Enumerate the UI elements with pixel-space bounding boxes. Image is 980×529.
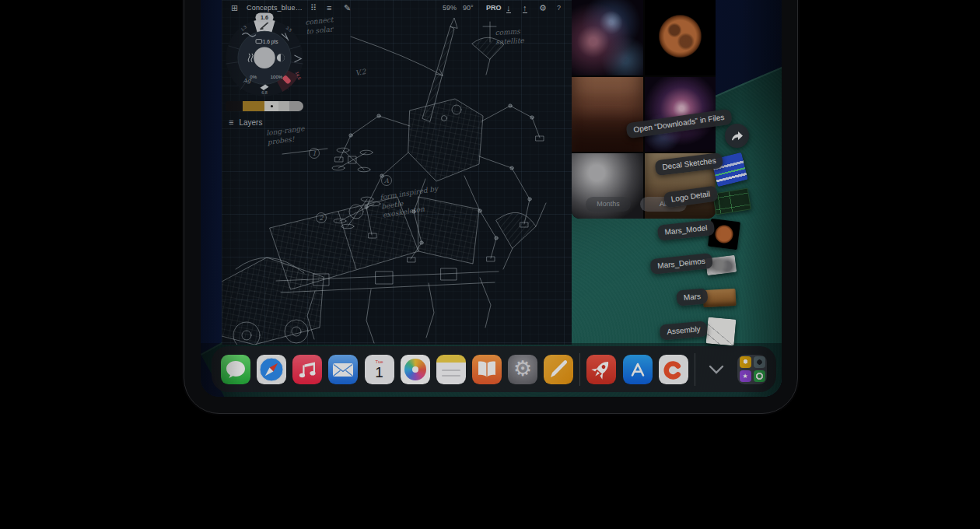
mini-camera-icon: [754, 356, 765, 368]
dock-icon-music[interactable]: [292, 355, 322, 384]
dock-icon-mail[interactable]: [328, 355, 358, 384]
dock-divider: [695, 353, 695, 386]
dock-icon-books[interactable]: [472, 355, 502, 384]
gear-icon: ⚙: [513, 359, 532, 380]
drag-thumb-assembly[interactable]: [706, 317, 737, 345]
drag-label-logo-detail[interactable]: Logo Detail: [663, 185, 719, 208]
drag-thumb-logo-detail[interactable]: [712, 188, 751, 215]
dock-icon-concepts[interactable]: [659, 355, 688, 384]
dock-icon-settings[interactable]: ⚙: [508, 355, 537, 384]
dock-icon-app-library[interactable]: [737, 355, 767, 384]
mini-star-icon: [740, 370, 751, 382]
calendar-day: 1: [375, 365, 383, 380]
ipad-screen: ⊞ Concepts_blue… ⠿ ≡ ✎ 59% 90° PRO ↓ ↑ ⚙…: [201, 0, 782, 397]
dock-icon-rocket[interactable]: [586, 355, 616, 384]
drag-stack: Open “Downloads” in Files Decal Sketches…: [201, 0, 782, 397]
mini-tips-icon: [740, 356, 751, 368]
drag-label-assembly[interactable]: Assembly: [660, 321, 709, 340]
dock-icon-photos[interactable]: [401, 355, 430, 384]
dock-icon-sketch-pen[interactable]: [544, 355, 573, 384]
mini-clock-icon: [754, 370, 765, 382]
dock: Tue 1 ⚙: [212, 346, 776, 392]
photos-flower-icon: [404, 359, 426, 380]
dock-icon-safari[interactable]: [257, 355, 286, 384]
drop-banner[interactable]: Open “Downloads” in Files: [625, 109, 732, 139]
drag-label-mars-model[interactable]: Mars_Model: [657, 219, 716, 241]
dock-divider: [579, 353, 580, 386]
drag-label-mars-deimos[interactable]: Mars_Deimos: [649, 253, 712, 275]
dock-hide-chevron[interactable]: [702, 355, 731, 384]
dock-icon-notes[interactable]: [436, 355, 466, 384]
dock-icon-app-store[interactable]: [623, 355, 653, 384]
dock-icon-messages[interactable]: [221, 355, 250, 384]
dock-icon-calendar[interactable]: Tue 1: [365, 355, 394, 384]
drag-label-decal-sketches[interactable]: Decal Sketches: [654, 152, 723, 177]
share-drop-icon[interactable]: [725, 124, 749, 148]
drag-label-mars[interactable]: Mars: [676, 288, 709, 306]
